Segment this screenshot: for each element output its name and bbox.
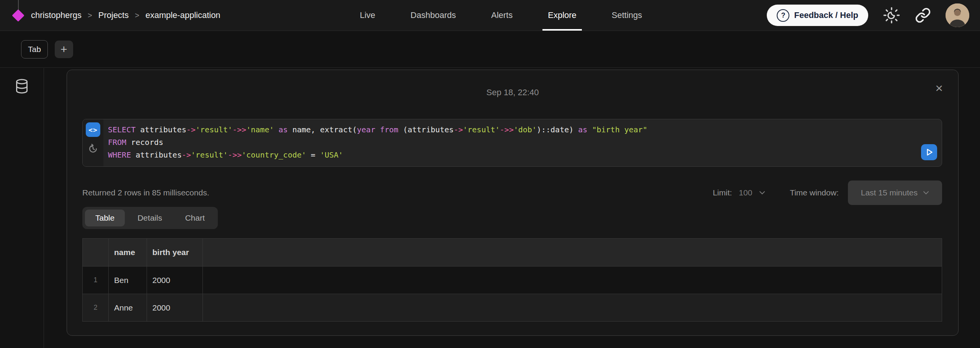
add-tab-button[interactable]: +	[55, 41, 73, 58]
limit-label: Limit:	[713, 188, 732, 197]
app-root: christophergs > Projects > example-appli…	[0, 0, 980, 348]
link-icon	[915, 7, 931, 23]
results-table-body: 1Ben20002Anne2000	[83, 267, 942, 322]
chevron-right-icon: >	[135, 11, 139, 20]
query-result-card: Sep 18, 22:40 × <> SELECT	[67, 70, 959, 336]
table-row[interactable]: 2Anne2000	[83, 294, 942, 322]
logo-diamond-icon[interactable]	[12, 9, 24, 22]
column-header	[83, 239, 109, 267]
breadcrumb-org[interactable]: christophergs	[31, 10, 82, 20]
nav-item-live[interactable]: Live	[358, 0, 377, 31]
view-tab-table[interactable]: Table	[85, 210, 125, 226]
run-query-button[interactable]	[921, 144, 937, 160]
column-header: name	[109, 239, 147, 267]
breadcrumb-project-name[interactable]: example-application	[145, 10, 220, 20]
close-icon[interactable]: ×	[935, 81, 943, 94]
sun-moon-icon	[883, 7, 900, 24]
nav-item-dashboards[interactable]: Dashboards	[408, 0, 458, 31]
row-number-cell: 1	[83, 267, 109, 294]
table-cell[interactable]: 2000	[147, 267, 203, 294]
chevron-down-icon	[923, 191, 929, 195]
query-timestamp: Sep 18, 22:40	[67, 88, 958, 98]
table-cell[interactable]: Ben	[109, 267, 147, 294]
code-brackets-icon: <>	[88, 126, 98, 134]
table-cell[interactable]: Anne	[109, 294, 147, 322]
sql-line: SELECT attributes->'result'->>'name' as …	[108, 124, 913, 136]
sql-code[interactable]: SELECT attributes->'result'->>'name' as …	[108, 124, 913, 161]
table-cell[interactable]	[203, 267, 942, 294]
query-tabbar: Tab +	[0, 31, 980, 68]
limit-value: 100	[739, 188, 752, 197]
user-avatar[interactable]	[946, 3, 969, 27]
column-header: birth year	[147, 239, 203, 267]
table-cell[interactable]: 2000	[147, 294, 203, 322]
sql-editor[interactable]: <> SELECT attributes->'result'->>'name' …	[82, 119, 942, 167]
navbar-right-cluster: ? Feedback / Help	[767, 0, 969, 31]
results-meta-row: Returned 2 rows in 85 milliseconds. Limi…	[82, 180, 942, 205]
database-sidebar-button[interactable]	[13, 78, 31, 96]
feedback-help-button[interactable]: ? Feedback / Help	[767, 5, 868, 26]
limit-dropdown[interactable]: Limit: 100	[713, 188, 765, 197]
breadcrumb-projects[interactable]: Projects	[98, 10, 129, 20]
sql-line: WHERE attributes->'result'->>'country_co…	[108, 149, 913, 161]
time-window-value: Last 15 minutes	[861, 188, 918, 197]
query-controls: Limit: 100 Time window: Last 15 minutes	[713, 181, 942, 205]
code-mode-button[interactable]: <>	[86, 122, 100, 137]
view-tab-chart[interactable]: Chart	[175, 210, 215, 226]
nav-item-alerts[interactable]: Alerts	[489, 0, 515, 31]
plus-icon: +	[60, 43, 67, 56]
main-nav: Live Dashboards Alerts Explore Settings	[358, 0, 644, 31]
table-row[interactable]: 1Ben2000	[83, 267, 942, 294]
view-tab-details[interactable]: Details	[127, 210, 172, 226]
query-status-text: Returned 2 rows in 85 milliseconds.	[82, 188, 209, 197]
play-icon	[924, 147, 934, 157]
brand-breadcrumb: christophergs > Projects > example-appli…	[14, 0, 220, 31]
theme-toggle-button[interactable]	[883, 7, 900, 24]
sql-line: FROM records	[108, 136, 913, 149]
chevron-right-icon: >	[88, 11, 92, 20]
nav-item-settings[interactable]: Settings	[609, 0, 645, 31]
column-header	[203, 239, 942, 267]
top-navbar: christophergs > Projects > example-appli…	[0, 0, 980, 31]
row-number-cell: 2	[83, 294, 109, 322]
result-view-tabs: Table Details Chart	[82, 207, 218, 229]
share-link-button[interactable]	[915, 7, 931, 23]
results-table: namebirth year 1Ben20002Anne2000	[82, 238, 942, 322]
time-window-label: Time window:	[790, 188, 839, 197]
query-history-button[interactable]	[87, 142, 100, 155]
query-tab[interactable]: Tab	[21, 40, 48, 59]
table-cell[interactable]	[203, 294, 942, 322]
question-circle-icon: ?	[777, 9, 789, 22]
avatar-photo	[946, 3, 969, 27]
database-icon	[15, 79, 29, 95]
history-icon	[87, 143, 99, 154]
results-table-header-row: namebirth year	[83, 239, 942, 267]
chevron-down-icon	[759, 191, 765, 195]
nav-item-explore[interactable]: Explore	[546, 0, 579, 31]
editor-gutter: <>	[83, 119, 103, 166]
time-window-dropdown[interactable]: Last 15 minutes	[848, 181, 942, 205]
main-area: Sep 18, 22:40 × <> SELECT	[0, 68, 980, 348]
breadcrumb: christophergs > Projects > example-appli…	[31, 10, 220, 20]
feedback-help-label: Feedback / Help	[794, 10, 858, 20]
left-sidebar	[0, 68, 44, 348]
